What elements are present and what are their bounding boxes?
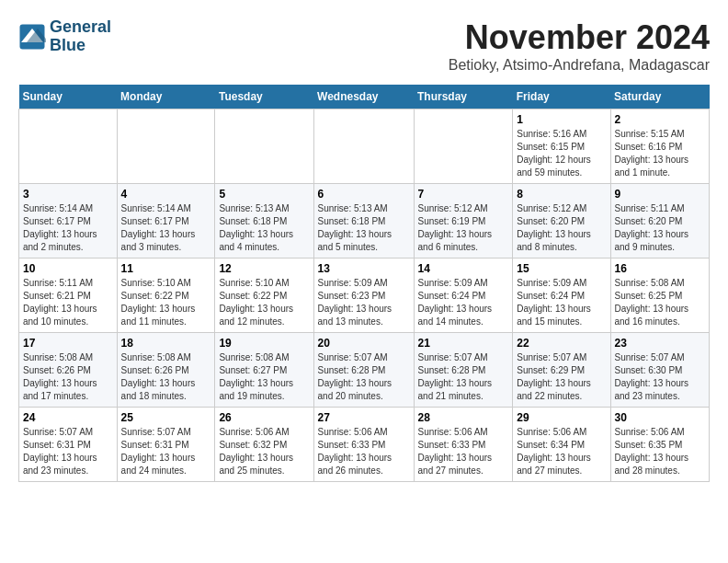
week-row-1: 1Sunrise: 5:16 AMSunset: 6:15 PMDaylight… [19, 109, 710, 184]
calendar-cell: 19Sunrise: 5:08 AMSunset: 6:27 PMDayligh… [215, 333, 313, 408]
week-row-3: 10Sunrise: 5:11 AMSunset: 6:21 PMDayligh… [19, 259, 710, 333]
day-info: Sunrise: 5:08 AMSunset: 6:25 PMDaylight:… [615, 277, 706, 328]
day-info: Sunrise: 5:06 AMSunset: 6:32 PMDaylight:… [219, 426, 309, 477]
day-number: 23 [615, 337, 706, 350]
calendar-cell: 17Sunrise: 5:08 AMSunset: 6:26 PMDayligh… [19, 333, 118, 408]
day-info: Sunrise: 5:07 AMSunset: 6:31 PMDaylight:… [121, 426, 211, 477]
calendar-cell: 28Sunrise: 5:06 AMSunset: 6:33 PMDayligh… [414, 408, 513, 482]
day-number: 30 [615, 411, 706, 424]
day-info: Sunrise: 5:13 AMSunset: 6:18 PMDaylight:… [318, 202, 410, 254]
calendar-cell: 2Sunrise: 5:15 AMSunset: 6:16 PMDaylight… [610, 109, 710, 184]
day-number: 19 [219, 337, 309, 350]
calendar-cell [414, 109, 513, 184]
day-number: 11 [121, 262, 211, 275]
day-info: Sunrise: 5:07 AMSunset: 6:30 PMDaylight:… [615, 351, 706, 403]
calendar-cell: 27Sunrise: 5:06 AMSunset: 6:33 PMDayligh… [313, 408, 414, 482]
day-info: Sunrise: 5:14 AMSunset: 6:17 PMDaylight:… [121, 202, 211, 254]
calendar-cell: 26Sunrise: 5:06 AMSunset: 6:32 PMDayligh… [215, 408, 313, 482]
day-number: 24 [23, 411, 113, 424]
day-number: 12 [219, 262, 309, 275]
title-section: November 2024 Betioky, Atsimo-Andrefana,… [449, 18, 710, 74]
day-info: Sunrise: 5:10 AMSunset: 6:22 PMDaylight:… [219, 277, 309, 328]
day-number: 2 [615, 113, 706, 126]
day-info: Sunrise: 5:12 AMSunset: 6:19 PMDaylight:… [418, 202, 509, 254]
day-number: 7 [418, 188, 509, 201]
calendar-cell: 9Sunrise: 5:11 AMSunset: 6:20 PMDaylight… [610, 184, 710, 259]
calendar-cell: 8Sunrise: 5:12 AMSunset: 6:20 PMDaylight… [513, 184, 610, 259]
week-row-5: 24Sunrise: 5:07 AMSunset: 6:31 PMDayligh… [19, 408, 710, 482]
calendar-cell: 6Sunrise: 5:13 AMSunset: 6:18 PMDaylight… [313, 184, 414, 259]
calendar-cell: 4Sunrise: 5:14 AMSunset: 6:17 PMDaylight… [117, 184, 215, 259]
day-info: Sunrise: 5:08 AMSunset: 6:26 PMDaylight:… [23, 351, 113, 403]
day-number: 5 [219, 188, 309, 201]
day-info: Sunrise: 5:06 AMSunset: 6:33 PMDaylight:… [418, 426, 509, 477]
day-number: 9 [615, 188, 706, 201]
calendar-cell: 30Sunrise: 5:06 AMSunset: 6:35 PMDayligh… [610, 408, 710, 482]
weekday-header-row: SundayMondayTuesdayWednesdayThursdayFrid… [19, 85, 710, 109]
subtitle: Betioky, Atsimo-Andrefana, Madagascar [449, 57, 710, 74]
calendar-cell [19, 109, 118, 184]
calendar-cell: 5Sunrise: 5:13 AMSunset: 6:18 PMDaylight… [215, 184, 313, 259]
calendar-cell: 1Sunrise: 5:16 AMSunset: 6:15 PMDaylight… [513, 109, 610, 184]
weekday-header-saturday: Saturday [610, 85, 710, 109]
day-number: 8 [517, 188, 606, 201]
day-number: 25 [121, 411, 211, 424]
day-info: Sunrise: 5:07 AMSunset: 6:31 PMDaylight:… [23, 426, 113, 477]
calendar-cell [313, 109, 414, 184]
logo-line2: Blue [50, 37, 111, 55]
calendar-cell: 15Sunrise: 5:09 AMSunset: 6:24 PMDayligh… [513, 259, 610, 333]
weekday-header-friday: Friday [513, 85, 610, 109]
day-info: Sunrise: 5:13 AMSunset: 6:18 PMDaylight:… [219, 202, 309, 254]
day-info: Sunrise: 5:10 AMSunset: 6:22 PMDaylight:… [121, 277, 211, 328]
week-row-4: 17Sunrise: 5:08 AMSunset: 6:26 PMDayligh… [19, 333, 710, 408]
day-number: 13 [318, 262, 410, 275]
day-info: Sunrise: 5:07 AMSunset: 6:29 PMDaylight:… [517, 351, 606, 403]
calendar-cell: 18Sunrise: 5:08 AMSunset: 6:26 PMDayligh… [117, 333, 215, 408]
day-info: Sunrise: 5:06 AMSunset: 6:35 PMDaylight:… [615, 426, 706, 477]
calendar-cell [215, 109, 313, 184]
day-info: Sunrise: 5:07 AMSunset: 6:28 PMDaylight:… [318, 351, 410, 403]
day-number: 4 [121, 188, 211, 201]
calendar-cell: 12Sunrise: 5:10 AMSunset: 6:22 PMDayligh… [215, 259, 313, 333]
logo: General Blue [18, 18, 111, 55]
day-number: 3 [23, 188, 113, 201]
day-info: Sunrise: 5:09 AMSunset: 6:23 PMDaylight:… [318, 277, 410, 328]
weekday-header-thursday: Thursday [414, 85, 513, 109]
calendar-cell: 16Sunrise: 5:08 AMSunset: 6:25 PMDayligh… [610, 259, 710, 333]
weekday-header-wednesday: Wednesday [313, 85, 414, 109]
day-number: 16 [615, 262, 706, 275]
month-title: November 2024 [449, 18, 710, 57]
day-number: 15 [517, 262, 606, 275]
calendar-cell: 23Sunrise: 5:07 AMSunset: 6:30 PMDayligh… [610, 333, 710, 408]
calendar-cell: 3Sunrise: 5:14 AMSunset: 6:17 PMDaylight… [19, 184, 118, 259]
day-number: 22 [517, 337, 606, 350]
calendar-cell: 14Sunrise: 5:09 AMSunset: 6:24 PMDayligh… [414, 259, 513, 333]
calendar-cell: 20Sunrise: 5:07 AMSunset: 6:28 PMDayligh… [313, 333, 414, 408]
day-info: Sunrise: 5:11 AMSunset: 6:20 PMDaylight:… [615, 202, 706, 254]
calendar-cell: 25Sunrise: 5:07 AMSunset: 6:31 PMDayligh… [117, 408, 215, 482]
day-info: Sunrise: 5:11 AMSunset: 6:21 PMDaylight:… [23, 277, 113, 328]
weekday-header-sunday: Sunday [19, 85, 118, 109]
week-row-2: 3Sunrise: 5:14 AMSunset: 6:17 PMDaylight… [19, 184, 710, 259]
calendar-cell: 22Sunrise: 5:07 AMSunset: 6:29 PMDayligh… [513, 333, 610, 408]
logo-icon [18, 23, 46, 51]
calendar-cell: 7Sunrise: 5:12 AMSunset: 6:19 PMDaylight… [414, 184, 513, 259]
day-number: 28 [418, 411, 509, 424]
logo-line1: General [50, 18, 111, 37]
calendar-cell: 13Sunrise: 5:09 AMSunset: 6:23 PMDayligh… [313, 259, 414, 333]
day-info: Sunrise: 5:15 AMSunset: 6:16 PMDaylight:… [615, 128, 706, 179]
day-number: 20 [318, 337, 410, 350]
day-number: 21 [418, 337, 509, 350]
day-number: 6 [318, 188, 410, 201]
day-number: 29 [517, 411, 606, 424]
calendar-table: SundayMondayTuesdayWednesdayThursdayFrid… [18, 85, 710, 482]
day-number: 17 [23, 337, 113, 350]
calendar-cell: 21Sunrise: 5:07 AMSunset: 6:28 PMDayligh… [414, 333, 513, 408]
day-info: Sunrise: 5:08 AMSunset: 6:26 PMDaylight:… [121, 351, 211, 403]
calendar-cell: 10Sunrise: 5:11 AMSunset: 6:21 PMDayligh… [19, 259, 118, 333]
day-number: 27 [318, 411, 410, 424]
day-info: Sunrise: 5:14 AMSunset: 6:17 PMDaylight:… [23, 202, 113, 254]
day-info: Sunrise: 5:09 AMSunset: 6:24 PMDaylight:… [418, 277, 509, 328]
day-info: Sunrise: 5:06 AMSunset: 6:33 PMDaylight:… [318, 426, 410, 477]
day-number: 18 [121, 337, 211, 350]
